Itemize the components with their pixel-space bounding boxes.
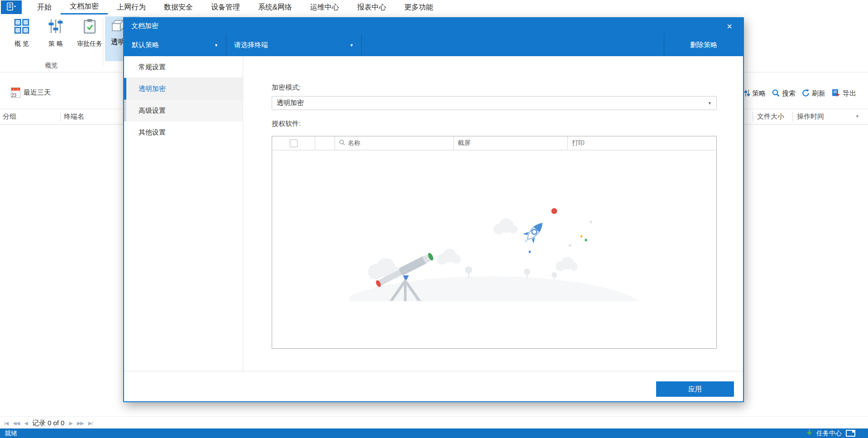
status-ready-label: 就绪: [5, 429, 17, 438]
menu-tab-internet-behavior[interactable]: 上网行为: [108, 0, 155, 14]
column-divider: [753, 112, 753, 121]
menu-tab-report-center[interactable]: 报表中心: [348, 0, 395, 14]
ribbon-group-label: 概览: [0, 62, 103, 70]
empty-state-illustration: [350, 204, 639, 303]
menu-tab-system-network[interactable]: 系统&网络: [249, 0, 301, 14]
terminal-selector-dropdown[interactable]: 请选择终端 ▼: [226, 34, 362, 56]
chevron-down-icon: ▼: [350, 43, 354, 48]
name-column-cell[interactable]: 名称: [335, 136, 454, 150]
export-button[interactable]: 导出: [832, 89, 856, 98]
grid-overview-icon: [14, 19, 29, 36]
ribbon-button-label: 概 览: [14, 40, 29, 48]
fast-next-page-icon[interactable]: ▶▶: [77, 420, 84, 426]
app-menu-button[interactable]: [1, 0, 22, 14]
fast-prev-page-icon[interactable]: ◀◀: [13, 420, 19, 426]
ribbon-button-label: 审批任务: [77, 40, 102, 48]
apply-button-label: 应用: [688, 385, 702, 394]
encryption-mode-label: 加密模式:: [272, 83, 301, 92]
pagination-bar: |◀ ◀◀ ◀ 记录 0 of 0 ▶ ▶▶ ▶|: [4, 418, 92, 428]
calendar-icon: 23: [11, 87, 20, 98]
policy-filter-label: 策略: [752, 89, 766, 98]
next-page-icon[interactable]: ▶: [69, 420, 72, 426]
clipboard-check-icon: [82, 19, 97, 36]
apply-button[interactable]: 应用: [656, 381, 734, 397]
select-all-checkbox[interactable]: [290, 140, 297, 147]
nav-item-general-settings[interactable]: 常规设置: [124, 56, 243, 78]
dialog-titlebar: 文档加密 ×: [124, 18, 743, 34]
search-button[interactable]: 搜索: [772, 89, 796, 98]
prev-page-icon[interactable]: ◀: [24, 420, 27, 426]
search-icon: [772, 89, 780, 98]
nav-item-other-settings[interactable]: 其他设置: [124, 121, 243, 143]
column-picker-caret-icon[interactable]: ▼: [855, 114, 859, 119]
refresh-button[interactable]: 刷新: [802, 89, 825, 98]
software-table-header: 名称 截屏 打印: [272, 136, 716, 150]
encryption-mode-select[interactable]: 透明加密 ▼: [272, 96, 717, 110]
authorized-software-label: 授权软件:: [272, 120, 301, 128]
policy-selector-value: 默认策略: [132, 41, 159, 49]
nav-item-advanced-settings[interactable]: 高级设置: [124, 100, 243, 121]
app-window: 开始 文档加密 上网行为 数据安全 设备管理 系统&网络 运维中心 报表中心 更…: [0, 0, 868, 438]
last-page-icon[interactable]: ▶|: [88, 420, 92, 426]
dialog-footer: 应用: [124, 371, 743, 401]
doc-encryption-dialog: 文档加密 × 默认策略 ▼ 请选择终端 ▼ 删除策略 常规设置 透明加密 高级设…: [123, 17, 744, 402]
refresh-label: 刷新: [812, 89, 825, 98]
settings-panel: 加密模式: 透明加密 ▼ 授权软件:: [243, 56, 743, 371]
sliders-small-icon: [744, 89, 750, 98]
search-label: 搜索: [782, 89, 796, 98]
dialog-toolbar: 默认策略 ▼ 请选择终端 ▼ 删除策略: [124, 34, 743, 56]
ribbon-group-separator: [103, 18, 103, 66]
menubar: 开始 文档加密 上网行为 数据安全 设备管理 系统&网络 运维中心 报表中心 更…: [0, 0, 868, 15]
menu-tab-ops-center[interactable]: 运维中心: [301, 0, 348, 14]
chevron-down-icon: ▼: [214, 43, 218, 48]
pagination-divider: [0, 416, 868, 417]
statusbar: 就绪 任务中心: [0, 428, 868, 438]
menu-tab-device-management[interactable]: 设备管理: [202, 0, 249, 14]
ribbon-button-label: 策 略: [48, 40, 63, 48]
nav-item-transparent-encryption[interactable]: 透明加密: [124, 78, 243, 100]
policy-selector-dropdown[interactable]: 默认策略 ▼: [124, 34, 226, 56]
menu-tab-more-features[interactable]: 更多功能: [395, 0, 442, 14]
terminal-selector-value: 请选择终端: [234, 41, 268, 49]
blank-column-cell: [315, 136, 335, 150]
screenshot-column-label: 截屏: [458, 139, 470, 147]
delete-policy-button[interactable]: 删除策略: [664, 34, 743, 56]
main-menu-tabs: 开始 文档加密 上网行为 数据安全 设备管理 系统&网络 运维中心 报表中心 更…: [28, 0, 442, 14]
authorized-software-table: 名称 截屏 打印: [272, 136, 717, 349]
first-page-icon[interactable]: |◀: [4, 420, 8, 426]
encryption-mode-value: 透明加密: [277, 99, 304, 107]
menu-tab-doc-encryption[interactable]: 文档加密: [61, 0, 108, 14]
column-header-file-size[interactable]: 文件大小: [757, 112, 784, 121]
date-range-filter[interactable]: 23 最近三天: [11, 87, 51, 98]
task-center-button[interactable]: 任务中心: [816, 429, 842, 438]
column-divider: [792, 112, 793, 121]
column-header-group[interactable]: 分组: [3, 112, 16, 121]
name-column-label: 名称: [348, 139, 360, 147]
column-header-operation-time[interactable]: 操作时间: [797, 112, 824, 121]
ribbon-button-policy[interactable]: 策 略: [40, 16, 72, 48]
export-icon: [832, 89, 840, 98]
download-arrow-icon: [806, 429, 812, 438]
sliders-icon: [48, 19, 63, 36]
menu-tab-data-security[interactable]: 数据安全: [155, 0, 202, 14]
date-range-label: 最近三天: [24, 88, 51, 97]
print-column-label: 打印: [572, 139, 585, 147]
close-icon[interactable]: ×: [723, 22, 736, 31]
policy-filter-button[interactable]: 策略: [744, 89, 766, 98]
chevron-down-icon: ▼: [708, 101, 712, 106]
toolbar-spacer: [362, 34, 664, 56]
ribbon-button-overview[interactable]: 概 览: [4, 16, 40, 48]
column-header-terminal-name[interactable]: 终端名: [64, 112, 84, 121]
list-toolbar: 策略 搜索 刷新: [744, 89, 856, 98]
task-window-icon[interactable]: [846, 430, 855, 437]
record-count-label: 记录 0 of 0: [32, 419, 65, 428]
refresh-icon: [802, 89, 810, 98]
software-table-empty-body: [272, 150, 716, 349]
dialog-body: 常规设置 透明加密 高级设置 其他设置 加密模式: 透明加密 ▼ 授权软件:: [124, 56, 743, 371]
print-column-cell: 打印: [568, 136, 716, 150]
menu-tab-start[interactable]: 开始: [28, 0, 61, 14]
cube-icon: [111, 19, 125, 34]
dialog-title: 文档加密: [131, 22, 158, 30]
app-logo-icon: [6, 2, 17, 13]
delete-policy-label: 删除策略: [690, 41, 717, 49]
